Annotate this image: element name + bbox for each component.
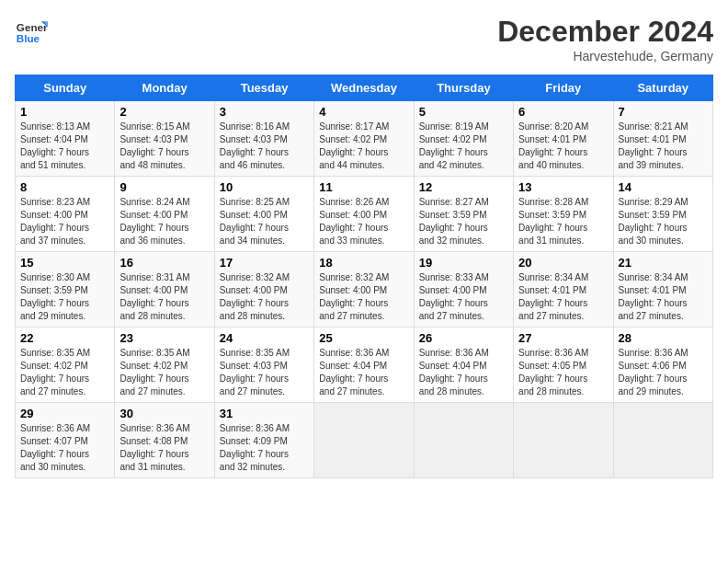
- svg-text:Blue: Blue: [17, 32, 40, 44]
- day-cell: 25Sunrise: 8:36 AM Sunset: 4:04 PM Dayli…: [314, 327, 414, 403]
- day-number: 17: [220, 256, 309, 270]
- day-number: 12: [419, 180, 508, 194]
- day-info: Sunrise: 8:32 AM Sunset: 4:00 PM Dayligh…: [220, 271, 309, 323]
- day-info: Sunrise: 8:30 AM Sunset: 3:59 PM Dayligh…: [20, 271, 109, 323]
- day-number: 29: [20, 407, 109, 420]
- day-number: 3: [220, 105, 309, 119]
- day-info: Sunrise: 8:26 AM Sunset: 4:00 PM Dayligh…: [319, 196, 408, 247]
- day-number: 28: [619, 331, 708, 345]
- day-info: Sunrise: 8:36 AM Sunset: 4:06 PM Dayligh…: [619, 347, 708, 398]
- day-number: 19: [419, 256, 508, 270]
- day-number: 9: [119, 180, 209, 194]
- day-cell: 1Sunrise: 8:13 AM Sunset: 4:04 PM Daylig…: [16, 101, 115, 177]
- day-cell: 19Sunrise: 8:33 AM Sunset: 4:00 PM Dayli…: [414, 252, 513, 327]
- day-info: Sunrise: 8:36 AM Sunset: 4:07 PM Dayligh…: [20, 422, 109, 474]
- day-cell: 26Sunrise: 8:36 AM Sunset: 4:04 PM Dayli…: [414, 327, 513, 403]
- header: General Blue December 2024 Harvestehude,…: [15, 15, 713, 63]
- day-info: Sunrise: 8:33 AM Sunset: 4:00 PM Dayligh…: [419, 271, 508, 323]
- day-number: 10: [220, 180, 309, 194]
- day-cell: 20Sunrise: 8:34 AM Sunset: 4:01 PM Dayli…: [514, 252, 613, 327]
- day-cell: 17Sunrise: 8:32 AM Sunset: 4:00 PM Dayli…: [214, 252, 313, 327]
- day-number: 5: [419, 105, 508, 119]
- day-cell: 18Sunrise: 8:32 AM Sunset: 4:00 PM Dayli…: [314, 252, 414, 327]
- day-cell: 31Sunrise: 8:36 AM Sunset: 4:09 PM Dayli…: [214, 403, 313, 478]
- header-day-wednesday: Wednesday: [314, 75, 414, 101]
- day-cell: 16Sunrise: 8:31 AM Sunset: 4:00 PM Dayli…: [115, 252, 214, 327]
- day-info: Sunrise: 8:35 AM Sunset: 4:03 PM Dayligh…: [220, 347, 309, 398]
- week-row-3: 15Sunrise: 8:30 AM Sunset: 3:59 PM Dayli…: [16, 252, 713, 327]
- day-cell: 28Sunrise: 8:36 AM Sunset: 4:06 PM Dayli…: [613, 327, 712, 403]
- header-row: SundayMondayTuesdayWednesdayThursdayFrid…: [16, 75, 713, 101]
- day-number: 23: [119, 331, 209, 345]
- day-cell: [314, 403, 414, 478]
- day-info: Sunrise: 8:15 AM Sunset: 4:03 PM Dayligh…: [119, 121, 209, 172]
- day-info: Sunrise: 8:34 AM Sunset: 4:01 PM Dayligh…: [518, 271, 608, 323]
- day-number: 11: [319, 180, 408, 194]
- day-number: 21: [619, 256, 708, 270]
- day-cell: 14Sunrise: 8:29 AM Sunset: 3:59 PM Dayli…: [613, 177, 712, 252]
- day-info: Sunrise: 8:29 AM Sunset: 3:59 PM Dayligh…: [619, 196, 708, 247]
- day-info: Sunrise: 8:25 AM Sunset: 4:00 PM Dayligh…: [220, 196, 309, 247]
- day-info: Sunrise: 8:24 AM Sunset: 4:00 PM Dayligh…: [119, 196, 209, 247]
- day-cell: 3Sunrise: 8:16 AM Sunset: 4:03 PM Daylig…: [214, 101, 313, 177]
- day-cell: [514, 403, 613, 478]
- day-number: 30: [119, 407, 209, 420]
- month-title: December 2024: [497, 15, 713, 49]
- day-cell: 21Sunrise: 8:34 AM Sunset: 4:01 PM Dayli…: [613, 252, 712, 327]
- week-row-4: 22Sunrise: 8:35 AM Sunset: 4:02 PM Dayli…: [16, 327, 713, 403]
- day-cell: 13Sunrise: 8:28 AM Sunset: 3:59 PM Dayli…: [514, 177, 613, 252]
- day-cell: 30Sunrise: 8:36 AM Sunset: 4:08 PM Dayli…: [115, 403, 214, 478]
- day-number: 18: [319, 256, 408, 270]
- day-info: Sunrise: 8:36 AM Sunset: 4:04 PM Dayligh…: [319, 347, 408, 398]
- header-day-thursday: Thursday: [414, 75, 513, 101]
- day-cell: 23Sunrise: 8:35 AM Sunset: 4:02 PM Dayli…: [115, 327, 214, 403]
- day-info: Sunrise: 8:20 AM Sunset: 4:01 PM Dayligh…: [518, 121, 608, 172]
- logo-icon: General Blue: [15, 15, 48, 48]
- day-info: Sunrise: 8:23 AM Sunset: 4:00 PM Dayligh…: [20, 196, 109, 247]
- header-day-sunday: Sunday: [16, 75, 115, 101]
- day-number: 27: [518, 331, 608, 345]
- week-row-5: 29Sunrise: 8:36 AM Sunset: 4:07 PM Dayli…: [16, 403, 713, 478]
- day-cell: 24Sunrise: 8:35 AM Sunset: 4:03 PM Dayli…: [214, 327, 313, 403]
- day-number: 25: [319, 331, 408, 345]
- week-row-2: 8Sunrise: 8:23 AM Sunset: 4:00 PM Daylig…: [16, 177, 713, 252]
- day-number: 6: [518, 105, 608, 119]
- day-info: Sunrise: 8:36 AM Sunset: 4:08 PM Dayligh…: [119, 422, 209, 474]
- day-info: Sunrise: 8:31 AM Sunset: 4:00 PM Dayligh…: [119, 271, 209, 323]
- day-info: Sunrise: 8:36 AM Sunset: 4:05 PM Dayligh…: [518, 347, 608, 398]
- day-cell: 10Sunrise: 8:25 AM Sunset: 4:00 PM Dayli…: [214, 177, 313, 252]
- title-area: December 2024 Harvestehude, Germany: [497, 15, 713, 63]
- day-info: Sunrise: 8:35 AM Sunset: 4:02 PM Dayligh…: [119, 347, 209, 398]
- day-number: 15: [20, 256, 109, 270]
- header-day-tuesday: Tuesday: [214, 75, 313, 101]
- day-cell: 27Sunrise: 8:36 AM Sunset: 4:05 PM Dayli…: [514, 327, 613, 403]
- day-cell: 11Sunrise: 8:26 AM Sunset: 4:00 PM Dayli…: [314, 177, 414, 252]
- day-cell: 6Sunrise: 8:20 AM Sunset: 4:01 PM Daylig…: [514, 101, 613, 177]
- day-number: 24: [220, 331, 309, 345]
- day-info: Sunrise: 8:36 AM Sunset: 4:04 PM Dayligh…: [419, 347, 508, 398]
- day-cell: 5Sunrise: 8:19 AM Sunset: 4:02 PM Daylig…: [414, 101, 513, 177]
- day-cell: 22Sunrise: 8:35 AM Sunset: 4:02 PM Dayli…: [16, 327, 115, 403]
- header-day-friday: Friday: [514, 75, 613, 101]
- day-number: 8: [20, 180, 109, 194]
- day-cell: 2Sunrise: 8:15 AM Sunset: 4:03 PM Daylig…: [115, 101, 214, 177]
- day-cell: 15Sunrise: 8:30 AM Sunset: 3:59 PM Dayli…: [16, 252, 115, 327]
- day-info: Sunrise: 8:35 AM Sunset: 4:02 PM Dayligh…: [20, 347, 109, 398]
- day-number: 13: [518, 180, 608, 194]
- day-number: 20: [518, 256, 608, 270]
- day-info: Sunrise: 8:32 AM Sunset: 4:00 PM Dayligh…: [319, 271, 408, 323]
- day-cell: 7Sunrise: 8:21 AM Sunset: 4:01 PM Daylig…: [613, 101, 712, 177]
- header-day-saturday: Saturday: [613, 75, 712, 101]
- day-cell: [613, 403, 712, 478]
- day-info: Sunrise: 8:21 AM Sunset: 4:01 PM Dayligh…: [619, 121, 708, 172]
- day-cell: 29Sunrise: 8:36 AM Sunset: 4:07 PM Dayli…: [16, 403, 115, 478]
- location: Harvestehude, Germany: [497, 49, 713, 63]
- day-number: 22: [20, 331, 109, 345]
- day-number: 26: [419, 331, 508, 345]
- week-row-1: 1Sunrise: 8:13 AM Sunset: 4:04 PM Daylig…: [16, 101, 713, 177]
- day-cell: [414, 403, 513, 478]
- day-number: 31: [220, 407, 309, 420]
- day-info: Sunrise: 8:36 AM Sunset: 4:09 PM Dayligh…: [220, 422, 309, 474]
- calendar-table: SundayMondayTuesdayWednesdayThursdayFrid…: [15, 75, 713, 478]
- day-number: 4: [319, 105, 408, 119]
